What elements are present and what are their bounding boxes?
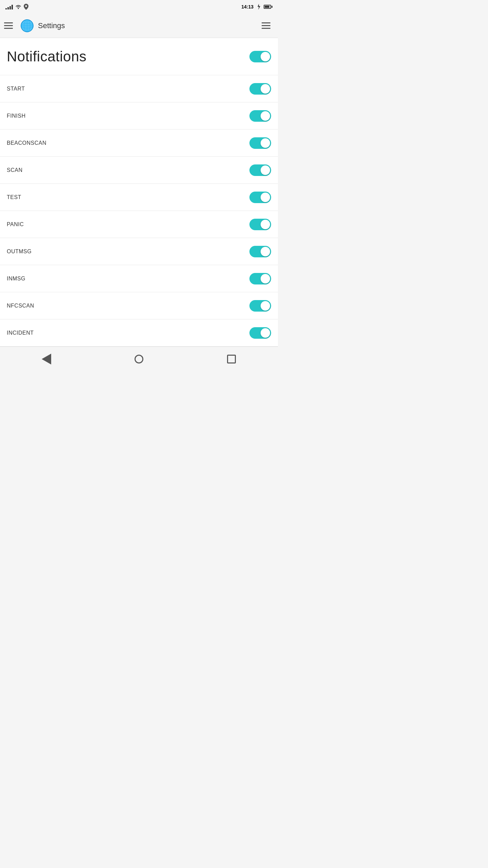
settings-item-outmsg: OUTMSG bbox=[0, 238, 278, 265]
settings-label-outmsg: OUTMSG bbox=[7, 249, 32, 255]
status-bar-right: 14:13 bbox=[241, 4, 272, 10]
settings-label-incident: INCIDENT bbox=[7, 330, 34, 336]
toggle-slider-nfcscan bbox=[249, 300, 271, 312]
back-button[interactable] bbox=[36, 349, 57, 369]
settings-item-start: START bbox=[0, 75, 278, 102]
toggle-slider-incident bbox=[249, 327, 271, 339]
toggle-test[interactable] bbox=[249, 192, 271, 203]
charging-icon bbox=[256, 4, 261, 10]
settings-label-finish: FINISH bbox=[7, 113, 25, 119]
svg-point-1 bbox=[25, 5, 27, 7]
settings-label-start: START bbox=[7, 86, 25, 92]
settings-item-inmsg: INMSG bbox=[0, 265, 278, 292]
status-time: 14:13 bbox=[241, 4, 253, 9]
recents-square-icon bbox=[227, 355, 236, 363]
toggle-slider-start bbox=[249, 83, 271, 95]
menu-button[interactable] bbox=[4, 20, 16, 32]
location-icon bbox=[24, 4, 28, 10]
settings-item-incident: INCIDENT bbox=[0, 319, 278, 347]
toggle-slider-scan bbox=[249, 164, 271, 176]
toggle-slider-test bbox=[249, 192, 271, 203]
toggle-incident[interactable] bbox=[249, 327, 271, 339]
settings-label-notifications: Notifications bbox=[7, 48, 86, 65]
status-bar: 14:13 bbox=[0, 0, 278, 14]
home-circle-icon bbox=[135, 355, 143, 363]
toggle-finish[interactable] bbox=[249, 110, 271, 122]
toggle-slider-finish bbox=[249, 110, 271, 122]
settings-item-notifications: Notifications bbox=[0, 38, 278, 75]
toggle-notifications[interactable] bbox=[249, 51, 271, 62]
settings-label-beaconscan: BEACONSCAN bbox=[7, 140, 46, 146]
settings-label-panic: PANIC bbox=[7, 221, 24, 228]
back-arrow-icon bbox=[42, 354, 51, 364]
globe-icon bbox=[20, 18, 35, 33]
settings-item-finish: FINISH bbox=[0, 102, 278, 130]
page-title: Settings bbox=[38, 21, 262, 30]
toolbar: Settings bbox=[0, 14, 278, 38]
toggle-inmsg[interactable] bbox=[249, 273, 271, 284]
more-menu-button[interactable] bbox=[262, 20, 274, 32]
battery-icon bbox=[264, 5, 272, 9]
settings-item-nfcscan: NFCSCAN bbox=[0, 292, 278, 319]
bottom-nav bbox=[0, 347, 278, 371]
toggle-slider-inmsg bbox=[249, 273, 271, 284]
recents-button[interactable] bbox=[221, 349, 242, 369]
settings-label-test: TEST bbox=[7, 194, 21, 200]
toggle-outmsg[interactable] bbox=[249, 246, 271, 257]
settings-item-test: TEST bbox=[0, 184, 278, 211]
home-button[interactable] bbox=[129, 349, 149, 369]
settings-label-nfcscan: NFCSCAN bbox=[7, 303, 34, 309]
settings-item-scan: SCAN bbox=[0, 157, 278, 184]
svg-point-0 bbox=[18, 8, 19, 9]
settings-label-scan: SCAN bbox=[7, 167, 22, 173]
toggle-slider-beaconscan bbox=[249, 137, 271, 149]
settings-list: NotificationsSTARTFINISHBEACONSCANSCANTE… bbox=[0, 38, 278, 347]
toggle-panic[interactable] bbox=[249, 219, 271, 230]
toggle-start[interactable] bbox=[249, 83, 271, 95]
settings-item-panic: PANIC bbox=[0, 211, 278, 238]
toggle-scan[interactable] bbox=[249, 164, 271, 176]
toggle-beaconscan[interactable] bbox=[249, 137, 271, 149]
toggle-slider-panic bbox=[249, 219, 271, 230]
toggle-slider-outmsg bbox=[249, 246, 271, 257]
toggle-slider-notifications bbox=[249, 51, 271, 62]
signal-icon bbox=[5, 4, 13, 9]
wifi-icon bbox=[15, 4, 22, 9]
toggle-nfcscan[interactable] bbox=[249, 300, 271, 312]
status-bar-left bbox=[5, 4, 28, 10]
settings-label-inmsg: INMSG bbox=[7, 276, 25, 282]
settings-item-beaconscan: BEACONSCAN bbox=[0, 130, 278, 157]
